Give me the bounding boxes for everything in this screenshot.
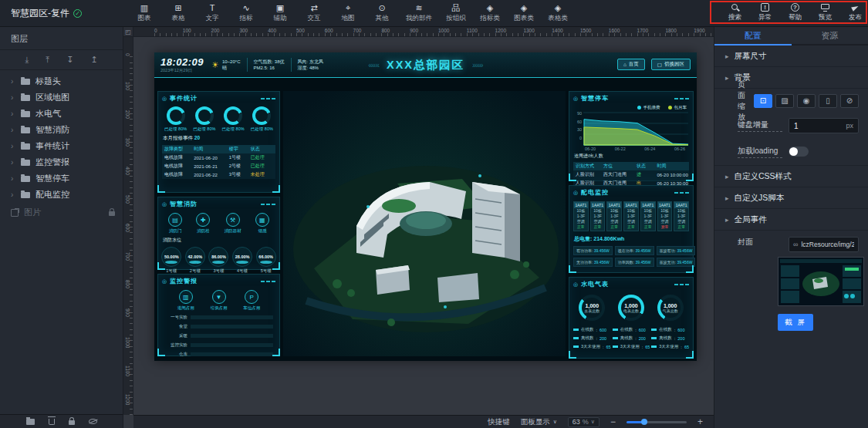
layer-order-icon[interactable]: ↥ <box>90 55 97 65</box>
expand-caret-icon[interactable]: › <box>11 142 15 150</box>
toolbar-right-item[interactable]: 发布 <box>849 2 862 22</box>
canvas-area[interactable]: 18:02:09 2023年12月29日 ☀ 10~20°C 晴 空气指数: 3… <box>133 37 714 415</box>
toolbar-right-item[interactable]: 搜索 <box>728 2 741 22</box>
zoom-select[interactable]: 63 % ∨ <box>568 417 599 427</box>
layer-group-item[interactable]: › 区域地图 <box>0 89 123 106</box>
toolbar-item[interactable]: ≋ 我的部件 <box>406 3 432 23</box>
toolbar-item[interactable]: ◈ 图表类 <box>514 3 534 23</box>
panel-power-monitor[interactable]: ◎ 配电监控 1AAT1 10栋 1-3F 空调 正常 <box>569 185 694 273</box>
section-global-events[interactable]: ▸ 全局事件 <box>714 209 868 231</box>
panel-display-dropdown[interactable]: 面板显示 ∨ <box>521 417 557 427</box>
keyboard-step-unit: px <box>846 122 853 130</box>
zoom-out-button[interactable]: − <box>610 416 616 427</box>
layer-group-item[interactable]: › 智慧停车 <box>0 170 123 187</box>
expand-caret-icon[interactable]: › <box>11 174 15 183</box>
toolbar-item[interactable]: ⌖ 地图 <box>338 3 358 23</box>
page-zoom-mode-button[interactable]: ◉ <box>797 94 816 108</box>
toolbar-item[interactable]: ∿ 指标 <box>236 3 256 23</box>
layer-group-item[interactable]: › 标题头 <box>0 73 123 89</box>
toolbar-right-item[interactable]: 预览 <box>819 2 832 22</box>
ruler-corner-toggle[interactable]: ◰ <box>123 27 133 37</box>
layer-group-item[interactable]: › 监控警报 <box>0 154 123 170</box>
toolbar-item[interactable]: ◈ 指标类 <box>480 3 500 23</box>
layer-group-label: 监控警报 <box>35 157 69 168</box>
switch-park-button[interactable]: ▢切换园区 <box>651 59 691 70</box>
panel-event-stats[interactable]: ◎ 事件统计 已处理 80% 已处理 80% <box>157 91 280 193</box>
panel-smart-parking[interactable]: ◎ 智慧停车 手机缴费 包月车 <box>569 91 694 181</box>
transformer-card: 1AAT1 10栋 1-3F 空调 正常 <box>623 201 639 231</box>
shortcuts-button[interactable]: 快捷键 <box>488 417 510 427</box>
page-zoom-mode-button[interactable]: ⊘ <box>840 94 859 108</box>
group-folder-icon[interactable] <box>26 419 35 425</box>
expand-caret-icon[interactable]: › <box>11 190 15 199</box>
expand-caret-icon[interactable]: › <box>11 158 15 167</box>
page-zoom-mode-button[interactable]: ⊡ <box>754 94 772 108</box>
toolbar-item[interactable]: T 文字 <box>202 3 222 23</box>
layer-group-item[interactable]: › 智慧消防 <box>0 122 123 138</box>
expand-caret-icon[interactable]: › <box>11 126 15 134</box>
toolbar-item[interactable]: ◈ 表格类 <box>548 3 568 23</box>
dashboard-canvas[interactable]: 18:02:09 2023年12月29日 ☀ 10~20°C 晴 空气指数: 3… <box>154 52 697 361</box>
transformer-name: 1AAT1 <box>607 202 621 208</box>
keyboard-step-input[interactable] <box>794 122 846 130</box>
expand-caret-icon[interactable]: › <box>11 77 15 86</box>
hide-layers-icon[interactable] <box>89 419 97 424</box>
fire-gauge-value: 86.00% <box>208 247 228 267</box>
screenshot-button[interactable]: 截 屏 <box>778 314 813 331</box>
loading-label: 加载loading <box>738 146 782 158</box>
toolbar-item[interactable]: ⊞ 表格 <box>168 3 188 23</box>
transformer-card: 1AAT1 10栋 1-3F 空调 异常 <box>657 201 673 231</box>
toolbar-right-label: 帮助 <box>789 13 802 22</box>
layer-order-icon[interactable]: ⤒ <box>46 55 49 65</box>
fire-gauge-value: 50.00% <box>161 247 181 267</box>
layer-group-item[interactable]: › 水电气 <box>0 106 123 122</box>
toolbar-right-item[interactable]: 异常 <box>758 2 772 22</box>
folder-icon <box>21 95 30 101</box>
caret-right-icon: ▸ <box>725 194 729 202</box>
section-screen-size[interactable]: ▸ 屏幕尺寸 <box>714 45 868 67</box>
tab-resources[interactable]: 资源 <box>792 27 868 44</box>
meter-label: 电表总数 <box>623 308 639 313</box>
toolbar-item[interactable]: ▣ 辅助 <box>270 3 290 23</box>
lock-icon[interactable] <box>109 211 115 216</box>
layer-order-icon[interactable]: ⤓ <box>25 55 29 65</box>
image-layer-icon <box>11 209 19 217</box>
fire-device-icon: ⚒ <box>226 213 240 227</box>
panel-monitor-alarm[interactable]: ◎ 监控警报 ▥ 道闸占用 ▼ 垃圾占用 <box>157 274 280 356</box>
toolbar-item[interactable]: ▥ 图表 <box>134 3 154 23</box>
loading-toggle[interactable] <box>789 147 809 157</box>
zoom-slider[interactable] <box>627 421 687 423</box>
panel-utility-meters[interactable]: ◎ 水电气表 1,000 水表总数 <box>569 277 694 359</box>
layer-group-item[interactable]: › 事件统计 <box>0 138 123 154</box>
toolbar-item[interactable]: ⇄ 交互 <box>304 3 324 23</box>
section-custom-js[interactable]: ▸ 自定义JS脚本 <box>714 187 868 209</box>
layer-image-item[interactable]: 图片 <box>0 204 123 221</box>
toolbar-item[interactable]: 品 按组织 <box>446 3 466 23</box>
expand-caret-icon[interactable]: › <box>11 110 15 118</box>
toolbar-right-item[interactable]: 帮助 <box>789 2 802 22</box>
section-custom-css[interactable]: ▸ 自定义CSS样式 <box>714 166 868 187</box>
chevron-down-icon: ∨ <box>553 419 557 425</box>
toolbar-item-icon: 品 <box>452 3 461 13</box>
tab-config[interactable]: 配置 <box>714 27 792 45</box>
toolbar-right-label: 预览 <box>819 13 832 22</box>
expand-caret-icon[interactable]: › <box>11 93 15 102</box>
layer-order-icon[interactable]: ↧ <box>66 55 73 65</box>
folder-icon <box>21 176 30 182</box>
fire-level-label: 消防水位 <box>158 235 279 244</box>
lock-layers-icon[interactable] <box>69 420 75 425</box>
cover-url-field[interactable]: ∞ lczResource/img/2/d727a940 <box>789 237 859 252</box>
ring-gauge <box>167 106 185 125</box>
cover-thumbnail[interactable] <box>778 257 864 306</box>
campus-3d-image[interactable] <box>283 91 566 356</box>
delete-icon[interactable] <box>49 419 55 425</box>
page-zoom-mode-button[interactable]: ▯ <box>819 94 837 108</box>
page-zoom-mode-button[interactable]: ▨ <box>775 94 794 108</box>
home-button[interactable]: ⌂首页 <box>617 59 645 70</box>
layer-group-item[interactable]: › 配电监控 <box>0 187 123 203</box>
panel-smart-fire[interactable]: ◎ 智慧消防 ▤ 消防门 ✚ 消防栓 ⚒ <box>157 197 280 270</box>
zoom-in-button[interactable]: + <box>697 416 703 427</box>
toolbar-item[interactable]: ⊙ 其他 <box>372 3 392 23</box>
dashboard-header[interactable]: 18:02:09 2023年12月29日 ☀ 10~20°C 晴 空气指数: 3… <box>154 52 697 78</box>
zoom-slider-knob[interactable] <box>641 419 647 425</box>
